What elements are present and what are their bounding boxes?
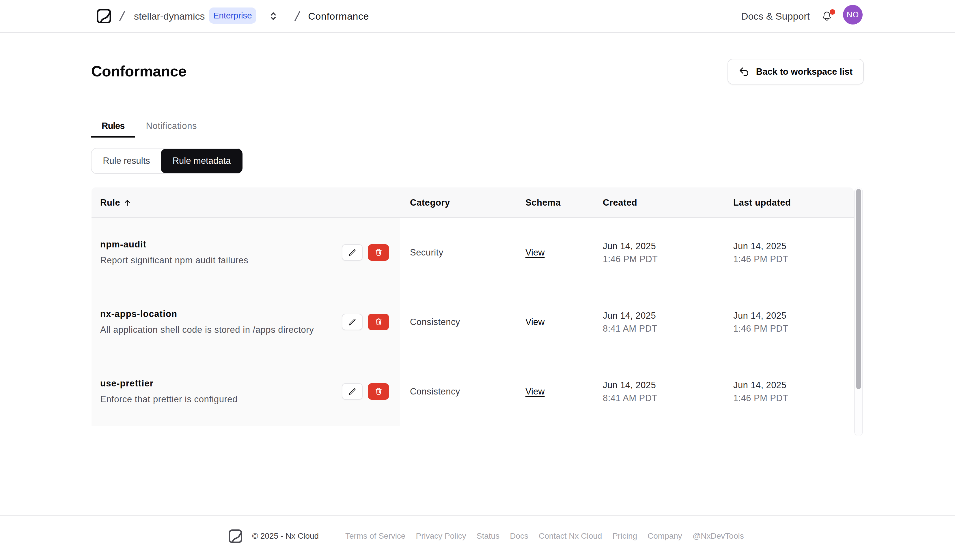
tab-bar: Rules Notifications [91, 118, 864, 137]
created-date: Jun 14, 2025 [603, 309, 733, 322]
footer-link-twitter[interactable]: @NxDevTools [693, 532, 744, 541]
page-title: Conformance [91, 62, 186, 80]
created-cell: Jun 14, 2025 8:41 AM PDT [603, 357, 733, 426]
table-row: npm-audit Report significant npm audit f… [91, 218, 854, 287]
updated-cell: Jun 14, 2025 1:46 PM PDT [733, 287, 854, 357]
created-date: Jun 14, 2025 [603, 240, 733, 253]
created-time: 8:41 AM PDT [603, 392, 733, 405]
avatar[interactable]: NO [843, 5, 863, 25]
back-arrow-icon [739, 67, 749, 77]
footer-link-status[interactable]: Status [477, 532, 499, 541]
pencil-icon [348, 388, 356, 395]
created-cell: Jun 14, 2025 8:41 AM PDT [603, 287, 733, 357]
scrollbar-thumb[interactable] [856, 189, 861, 389]
row-actions [342, 314, 389, 330]
column-header-last-updated[interactable]: Last updated [733, 198, 854, 208]
rule-cell-container: nx-apps-location All application shell c… [91, 287, 400, 357]
footer-link-company[interactable]: Company [648, 532, 682, 541]
edit-rule-button[interactable] [342, 383, 363, 400]
created-cell: Jun 14, 2025 1:46 PM PDT [603, 218, 733, 287]
rule-cell-container: use-prettier Enforce that prettier is co… [91, 357, 400, 426]
rule-name: npm-audit [100, 239, 342, 250]
updated-date: Jun 14, 2025 [733, 309, 854, 322]
schema-cell: View [525, 218, 603, 287]
trash-icon [376, 388, 382, 395]
view-toggle: Rule results Rule metadata [91, 148, 243, 174]
updated-cell: Jun 14, 2025 1:46 PM PDT [733, 357, 854, 426]
column-header-schema[interactable]: Schema [525, 198, 603, 208]
breadcrumb: stellar-dynamics Enterprise Conformance [96, 9, 369, 23]
footer-links: Terms of Service Privacy Policy Status D… [345, 532, 744, 541]
footer: © 2025 - Nx Cloud Terms of Service Priva… [0, 515, 955, 560]
nx-cloud-footer-logo-icon [229, 529, 243, 543]
column-header-rule[interactable]: Rule [91, 198, 400, 208]
column-header-category[interactable]: Category [400, 198, 525, 208]
schema-view-link[interactable]: View [525, 387, 545, 397]
breadcrumb-separator [119, 11, 125, 21]
notification-dot [830, 9, 835, 15]
back-to-workspace-list-button[interactable]: Back to workspace list [728, 59, 864, 84]
rule-description: Enforce that prettier is configured [100, 394, 342, 405]
schema-cell: View [525, 357, 603, 426]
created-time: 8:41 AM PDT [603, 322, 733, 335]
pencil-icon [348, 249, 356, 256]
updated-date: Jun 14, 2025 [733, 379, 854, 392]
breadcrumb-current-page: Conformance [308, 11, 369, 22]
tab-notifications[interactable]: Notifications [135, 118, 208, 137]
edit-rule-button[interactable] [342, 314, 363, 330]
delete-rule-button[interactable] [368, 244, 389, 261]
toggle-rule-metadata[interactable]: Rule metadata [161, 149, 243, 173]
updated-date: Jun 14, 2025 [733, 240, 854, 253]
copyright: © 2025 - Nx Cloud [252, 532, 319, 541]
plan-badge: Enterprise [209, 8, 256, 23]
delete-rule-button[interactable] [368, 314, 389, 330]
nav-actions: Docs & Support NO [741, 6, 863, 26]
category-cell: Consistency [400, 357, 525, 426]
rule-name: use-prettier [100, 378, 342, 389]
schema-view-link[interactable]: View [525, 247, 545, 258]
trash-icon [376, 318, 382, 326]
rule-cell: use-prettier Enforce that prettier is co… [100, 378, 342, 405]
created-date: Jun 14, 2025 [603, 379, 733, 392]
top-nav: stellar-dynamics Enterprise Conformance … [0, 0, 955, 33]
rule-cell: npm-audit Report significant npm audit f… [100, 239, 342, 265]
footer-link-privacy[interactable]: Privacy Policy [416, 532, 466, 541]
footer-link-docs[interactable]: Docs [510, 532, 528, 541]
updated-time: 1:46 PM PDT [733, 392, 854, 405]
sort-ascending-icon [123, 198, 132, 207]
schema-view-link[interactable]: View [525, 317, 545, 327]
nx-cloud-logo-icon[interactable] [96, 9, 111, 23]
column-header-created[interactable]: Created [603, 198, 733, 208]
row-actions [342, 244, 389, 261]
rules-table: Rule Category Schema Created Last update… [91, 187, 854, 436]
docs-support-link[interactable]: Docs & Support [741, 11, 810, 22]
workspace-switcher-icon[interactable] [271, 12, 276, 20]
table-row: nx-apps-location All application shell c… [91, 287, 854, 357]
footer-link-terms[interactable]: Terms of Service [345, 532, 405, 541]
rule-category: Consistency [410, 317, 525, 327]
rule-category: Security [410, 247, 525, 258]
updated-time: 1:46 PM PDT [733, 253, 854, 265]
tab-rules[interactable]: Rules [91, 118, 135, 137]
table-scrollbar[interactable] [854, 187, 863, 436]
edit-rule-button[interactable] [342, 244, 363, 261]
footer-link-contact[interactable]: Contact Nx Cloud [539, 532, 602, 541]
toggle-rule-results[interactable]: Rule results [91, 148, 161, 173]
row-actions [342, 383, 389, 400]
schema-cell: View [525, 287, 603, 357]
rule-cell-container: npm-audit Report significant npm audit f… [91, 218, 400, 287]
back-button-label: Back to workspace list [756, 67, 853, 77]
rule-description: Report significant npm audit failures [100, 255, 342, 265]
footer-link-pricing[interactable]: Pricing [612, 532, 637, 541]
delete-rule-button[interactable] [368, 383, 389, 400]
pencil-icon [348, 318, 356, 326]
rule-name: nx-apps-location [100, 309, 342, 319]
category-cell: Security [400, 218, 525, 287]
notifications-button[interactable] [821, 11, 833, 22]
table-row: use-prettier Enforce that prettier is co… [91, 357, 854, 426]
workspace-name[interactable]: stellar-dynamics [134, 11, 205, 22]
updated-time: 1:46 PM PDT [733, 322, 854, 335]
rule-category: Consistency [410, 387, 525, 397]
rule-cell: nx-apps-location All application shell c… [100, 309, 342, 335]
updated-cell: Jun 14, 2025 1:46 PM PDT [733, 218, 854, 287]
